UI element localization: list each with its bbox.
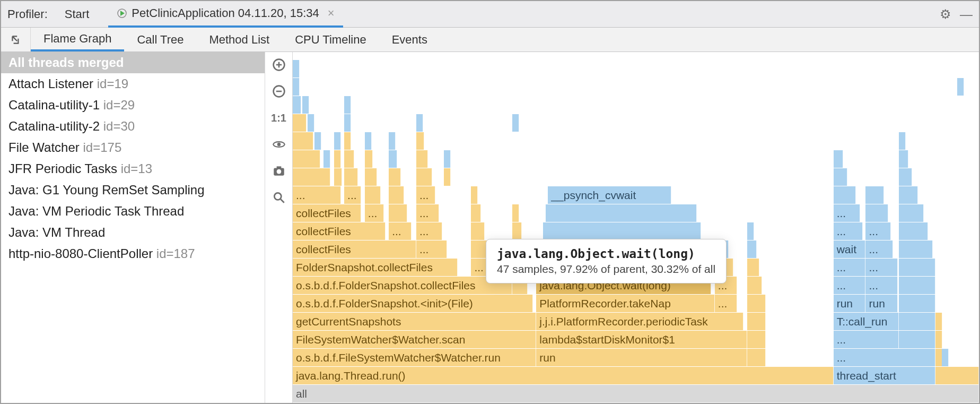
flame-frame[interactable] (935, 367, 979, 384)
flame-frame[interactable] (546, 204, 697, 222)
flame-frame[interactable]: ... (834, 331, 899, 348)
flame-frame[interactable] (471, 222, 485, 240)
flame-frame[interactable]: o.s.b.d.f.FolderSnapshot.collectFiles (293, 277, 512, 294)
thread-list-item[interactable]: JFR Periodic Tasks id=13 (1, 158, 265, 179)
flame-frame[interactable]: ... (293, 186, 341, 204)
zoom-in-icon[interactable] (269, 55, 288, 74)
flame-frame[interactable] (365, 168, 377, 186)
minimize-icon[interactable]: — (960, 7, 973, 22)
flame-frame[interactable] (389, 204, 407, 222)
flame-frame[interactable] (344, 132, 351, 150)
flame-frame[interactable]: PlatformRecorder.takeNap (536, 295, 714, 312)
thread-list-item[interactable]: Attach Listener id=19 (1, 73, 265, 94)
flame-frame[interactable] (293, 168, 330, 186)
flame-frame[interactable] (899, 313, 936, 330)
tab-cpu-timeline[interactable]: CPU Timeline (282, 28, 379, 51)
flame-frame[interactable] (865, 204, 888, 222)
flame-frame[interactable]: collectFiles (293, 204, 361, 222)
flame-frame[interactable]: o.s.b.d.f.FolderSnapshot.<init>(File) (293, 295, 533, 312)
flame-frame[interactable]: T::call_run (834, 313, 899, 330)
flame-frame[interactable] (512, 222, 522, 240)
flame-frame[interactable] (747, 240, 757, 258)
flame-frame[interactable] (302, 96, 309, 114)
settings-gear-icon[interactable]: ⚙ (940, 7, 951, 22)
flame-frame[interactable] (899, 295, 936, 312)
flame-frame[interactable]: ... (389, 222, 412, 240)
flame-frame[interactable]: collectFiles (293, 240, 416, 258)
flame-frame[interactable] (344, 168, 358, 186)
flame-frame[interactable] (899, 259, 936, 276)
close-tab-icon[interactable]: × (328, 6, 335, 20)
flame-frame[interactable] (365, 150, 373, 168)
flame-frame[interactable] (323, 150, 330, 168)
flame-frame[interactable] (935, 313, 942, 330)
tab-method-list[interactable]: Method List (196, 28, 282, 51)
flame-frame[interactable] (365, 132, 372, 150)
preview-icon[interactable] (269, 135, 288, 154)
flame-frame[interactable] (512, 114, 519, 132)
flame-frame[interactable]: getCurrentSnapshots (293, 313, 536, 330)
flame-frame[interactable] (365, 186, 381, 204)
flame-frame[interactable] (293, 132, 313, 150)
flame-frame[interactable] (834, 168, 847, 186)
flame-frame[interactable]: thread_start (834, 367, 936, 384)
flame-frame[interactable] (747, 277, 762, 294)
flame-frame[interactable] (444, 150, 451, 168)
flame-frame[interactable]: lambda$startDiskMonitor$1 (536, 331, 747, 348)
flame-frame[interactable] (899, 277, 936, 294)
flame-frame[interactable] (314, 132, 321, 150)
flame-frame[interactable]: run (865, 295, 898, 312)
flame-frame[interactable] (471, 204, 480, 222)
flame-frame[interactable]: o.s.b.d.f.FileSystemWatcher$Watcher.run (293, 349, 536, 366)
flame-frame[interactable] (416, 168, 432, 186)
flame-frame[interactable]: ... (834, 349, 936, 366)
flame-frame[interactable] (334, 150, 341, 168)
flame-frame[interactable] (899, 150, 908, 168)
flame-frame[interactable]: collectFiles (293, 222, 386, 240)
thread-list-item[interactable]: Java: VM Thread (1, 222, 265, 243)
flame-frame[interactable] (344, 150, 354, 168)
flame-frame[interactable] (308, 114, 314, 132)
flame-frame[interactable] (899, 240, 933, 258)
flame-frame[interactable] (293, 114, 307, 132)
thread-list-item[interactable]: http-nio-8080-ClientPoller id=187 (1, 243, 265, 264)
flame-frame[interactable]: ... (416, 186, 435, 204)
flame-graph-canvas[interactable]: .........__psynch_cvwaitcollectFiles....… (293, 52, 979, 403)
flame-frame[interactable] (865, 186, 884, 204)
reset-zoom-icon[interactable]: 1:1 (269, 108, 288, 127)
flame-frame[interactable] (416, 150, 428, 168)
flame-frame[interactable] (899, 331, 936, 348)
flame-frame[interactable] (344, 96, 351, 114)
flame-frame[interactable] (935, 331, 942, 348)
thread-list-item[interactable]: Java: G1 Young RemSet Sampling (1, 179, 265, 201)
flame-frame[interactable] (747, 331, 766, 348)
flame-frame[interactable]: ... (834, 259, 866, 276)
zoom-out-icon[interactable] (269, 82, 288, 101)
flame-frame[interactable] (389, 168, 401, 186)
thread-list-item[interactable]: Java: VM Periodic Task Thread (1, 201, 265, 222)
flame-frame[interactable] (747, 295, 766, 312)
flame-frame[interactable] (543, 222, 701, 240)
flame-frame[interactable] (293, 150, 320, 168)
search-icon[interactable] (269, 188, 288, 207)
flame-frame[interactable]: ... (834, 222, 863, 240)
flame-frame[interactable] (334, 168, 343, 186)
flame-frame[interactable] (942, 349, 949, 366)
flame-frame[interactable]: ... (715, 295, 738, 312)
thread-list-item[interactable]: Catalina-utility-1 id=29 (1, 94, 265, 116)
flame-frame[interactable]: run (536, 349, 747, 366)
flame-frame[interactable] (899, 132, 906, 150)
flame-frame[interactable]: FolderSnapshot.collectFiles (293, 259, 458, 276)
flame-frame[interactable]: wait (834, 240, 866, 258)
flame-frame[interactable] (747, 259, 759, 276)
thread-list-item[interactable]: File Watcher id=175 (1, 137, 265, 158)
flame-frame[interactable] (416, 132, 425, 150)
flame-frame[interactable]: ... (365, 204, 384, 222)
flame-frame[interactable] (899, 222, 929, 240)
flame-frame[interactable] (344, 114, 351, 132)
flame-frame[interactable] (293, 78, 300, 96)
thread-list-item[interactable]: Catalina-utility-2 id=30 (1, 116, 265, 137)
tab-events[interactable]: Events (379, 28, 440, 51)
flame-frame[interactable] (747, 313, 766, 330)
tab-call-tree[interactable]: Call Tree (124, 28, 196, 51)
